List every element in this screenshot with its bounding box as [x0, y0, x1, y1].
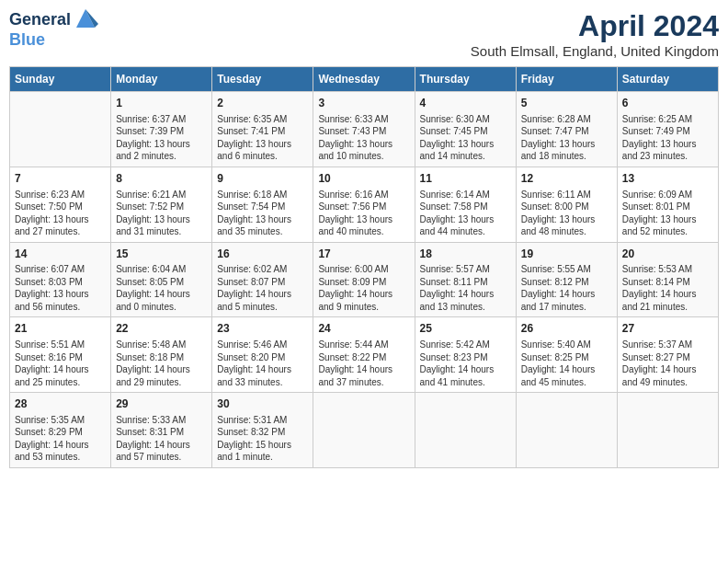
header-row: SundayMondayTuesdayWednesdayThursdayFrid…: [10, 67, 719, 92]
week-row-4: 21Sunrise: 5:51 AM Sunset: 8:16 PM Dayli…: [10, 317, 719, 393]
day-info: Sunrise: 5:48 AM Sunset: 8:18 PM Dayligh…: [116, 339, 207, 388]
day-info: Sunrise: 6:07 AM Sunset: 8:03 PM Dayligh…: [15, 263, 106, 313]
calendar-body: 1Sunrise: 6:37 AM Sunset: 7:39 PM Daylig…: [10, 92, 719, 468]
day-info: Sunrise: 6:11 AM Sunset: 8:00 PM Dayligh…: [521, 189, 612, 238]
calendar-cell: [10, 92, 111, 167]
day-number: 24: [318, 321, 409, 337]
calendar-cell: 10Sunrise: 6:16 AM Sunset: 7:56 PM Dayli…: [313, 167, 415, 242]
day-info: Sunrise: 5:44 AM Sunset: 8:22 PM Dayligh…: [318, 339, 409, 388]
day-number: 17: [318, 247, 409, 262]
calendar-cell: 24Sunrise: 5:44 AM Sunset: 8:22 PM Dayli…: [313, 317, 415, 393]
calendar-cell: 28Sunrise: 5:35 AM Sunset: 8:29 PM Dayli…: [10, 393, 111, 468]
day-number: 10: [318, 171, 409, 187]
day-info: Sunrise: 5:51 AM Sunset: 8:16 PM Dayligh…: [15, 339, 106, 388]
day-info: Sunrise: 5:35 AM Sunset: 8:29 PM Dayligh…: [15, 414, 106, 464]
day-info: Sunrise: 5:33 AM Sunset: 8:31 PM Dayligh…: [116, 414, 207, 464]
calendar-cell: 16Sunrise: 6:02 AM Sunset: 8:07 PM Dayli…: [212, 242, 313, 317]
day-number: 14: [15, 247, 106, 262]
day-number: 20: [622, 247, 713, 262]
calendar-cell: 2Sunrise: 6:35 AM Sunset: 7:41 PM Daylig…: [212, 92, 313, 167]
day-info: Sunrise: 6:30 AM Sunset: 7:45 PM Dayligh…: [420, 113, 511, 163]
calendar-cell: [516, 393, 617, 468]
calendar-cell: 20Sunrise: 5:53 AM Sunset: 8:14 PM Dayli…: [617, 242, 718, 317]
day-info: Sunrise: 6:37 AM Sunset: 7:39 PM Dayligh…: [116, 113, 207, 163]
calendar-cell: 6Sunrise: 6:25 AM Sunset: 7:49 PM Daylig…: [617, 92, 718, 167]
day-number: 4: [420, 96, 511, 111]
calendar-cell: 22Sunrise: 5:48 AM Sunset: 8:18 PM Dayli…: [111, 317, 212, 393]
calendar-cell: 4Sunrise: 6:30 AM Sunset: 7:45 PM Daylig…: [415, 92, 516, 167]
day-number: 9: [217, 171, 308, 187]
day-header-thursday: Thursday: [415, 67, 516, 92]
day-info: Sunrise: 6:25 AM Sunset: 7:49 PM Dayligh…: [622, 113, 713, 163]
calendar-cell: 21Sunrise: 5:51 AM Sunset: 8:16 PM Dayli…: [10, 317, 111, 393]
day-number: 7: [15, 171, 106, 187]
day-number: 8: [116, 171, 207, 187]
day-info: Sunrise: 6:35 AM Sunset: 7:41 PM Dayligh…: [217, 113, 308, 163]
day-number: 2: [217, 96, 308, 111]
day-info: Sunrise: 5:31 AM Sunset: 8:32 PM Dayligh…: [217, 414, 308, 464]
day-number: 21: [15, 321, 106, 337]
day-header-monday: Monday: [111, 67, 212, 92]
day-number: 3: [318, 96, 409, 111]
day-number: 15: [116, 247, 207, 262]
day-number: 23: [217, 321, 308, 337]
week-row-2: 7Sunrise: 6:23 AM Sunset: 7:50 PM Daylig…: [10, 167, 719, 242]
day-header-sunday: Sunday: [10, 67, 111, 92]
day-info: Sunrise: 6:18 AM Sunset: 7:54 PM Dayligh…: [217, 189, 308, 238]
day-number: 13: [622, 171, 713, 187]
day-info: Sunrise: 5:53 AM Sunset: 8:14 PM Dayligh…: [622, 263, 713, 313]
week-row-3: 14Sunrise: 6:07 AM Sunset: 8:03 PM Dayli…: [10, 242, 719, 317]
calendar-cell: 23Sunrise: 5:46 AM Sunset: 8:20 PM Dayli…: [212, 317, 313, 393]
calendar-cell: 25Sunrise: 5:42 AM Sunset: 8:23 PM Dayli…: [415, 317, 516, 393]
day-number: 30: [217, 396, 308, 412]
day-info: Sunrise: 6:14 AM Sunset: 7:58 PM Dayligh…: [420, 189, 511, 238]
calendar-cell: 29Sunrise: 5:33 AM Sunset: 8:31 PM Dayli…: [111, 393, 212, 468]
day-number: 16: [217, 247, 308, 262]
day-info: Sunrise: 5:57 AM Sunset: 8:11 PM Dayligh…: [420, 263, 511, 313]
day-info: Sunrise: 5:46 AM Sunset: 8:20 PM Dayligh…: [217, 339, 308, 388]
day-header-tuesday: Tuesday: [212, 67, 313, 92]
calendar-cell: [415, 393, 516, 468]
calendar-cell: 30Sunrise: 5:31 AM Sunset: 8:32 PM Dayli…: [212, 393, 313, 468]
day-info: Sunrise: 5:55 AM Sunset: 8:12 PM Dayligh…: [521, 263, 612, 313]
day-header-saturday: Saturday: [617, 67, 718, 92]
calendar-cell: 3Sunrise: 6:33 AM Sunset: 7:43 PM Daylig…: [313, 92, 415, 167]
calendar-cell: 7Sunrise: 6:23 AM Sunset: 7:50 PM Daylig…: [10, 167, 111, 242]
calendar-cell: 11Sunrise: 6:14 AM Sunset: 7:58 PM Dayli…: [415, 167, 516, 242]
day-info: Sunrise: 5:40 AM Sunset: 8:25 PM Dayligh…: [521, 339, 612, 388]
day-info: Sunrise: 6:09 AM Sunset: 8:01 PM Dayligh…: [622, 189, 713, 238]
calendar-cell: 9Sunrise: 6:18 AM Sunset: 7:54 PM Daylig…: [212, 167, 313, 242]
calendar-cell: 12Sunrise: 6:11 AM Sunset: 8:00 PM Dayli…: [516, 167, 617, 242]
calendar-cell: 18Sunrise: 5:57 AM Sunset: 8:11 PM Dayli…: [415, 242, 516, 317]
day-number: 22: [116, 321, 207, 337]
week-row-5: 28Sunrise: 5:35 AM Sunset: 8:29 PM Dayli…: [10, 393, 719, 468]
day-info: Sunrise: 6:23 AM Sunset: 7:50 PM Dayligh…: [15, 189, 106, 238]
calendar-cell: 26Sunrise: 5:40 AM Sunset: 8:25 PM Dayli…: [516, 317, 617, 393]
day-number: 11: [420, 171, 511, 187]
day-number: 29: [116, 396, 207, 412]
page-header: General Blue April 2024 South Elmsall, E…: [9, 9, 719, 59]
day-number: 28: [15, 396, 106, 412]
month-title: April 2024: [471, 9, 719, 43]
day-number: 19: [521, 247, 612, 262]
calendar-cell: [617, 393, 718, 468]
day-number: 6: [622, 96, 713, 111]
logo-text: General Blue: [9, 9, 98, 50]
title-block: April 2024 South Elmsall, England, Unite…: [471, 9, 719, 59]
calendar-table: SundayMondayTuesdayWednesdayThursdayFrid…: [9, 66, 719, 468]
day-number: 12: [521, 171, 612, 187]
calendar-cell: 15Sunrise: 6:04 AM Sunset: 8:05 PM Dayli…: [111, 242, 212, 317]
calendar-cell: 19Sunrise: 5:55 AM Sunset: 8:12 PM Dayli…: [516, 242, 617, 317]
calendar-cell: [313, 393, 415, 468]
week-row-1: 1Sunrise: 6:37 AM Sunset: 7:39 PM Daylig…: [10, 92, 719, 167]
calendar-cell: 13Sunrise: 6:09 AM Sunset: 8:01 PM Dayli…: [617, 167, 718, 242]
day-info: Sunrise: 6:00 AM Sunset: 8:09 PM Dayligh…: [318, 263, 409, 313]
day-info: Sunrise: 5:37 AM Sunset: 8:27 PM Dayligh…: [622, 339, 713, 388]
day-number: 1: [116, 96, 207, 111]
calendar-header: SundayMondayTuesdayWednesdayThursdayFrid…: [10, 67, 719, 92]
day-info: Sunrise: 5:42 AM Sunset: 8:23 PM Dayligh…: [420, 339, 511, 388]
day-number: 26: [521, 321, 612, 337]
day-header-wednesday: Wednesday: [313, 67, 415, 92]
day-info: Sunrise: 6:04 AM Sunset: 8:05 PM Dayligh…: [116, 263, 207, 313]
calendar-cell: 27Sunrise: 5:37 AM Sunset: 8:27 PM Dayli…: [617, 317, 718, 393]
